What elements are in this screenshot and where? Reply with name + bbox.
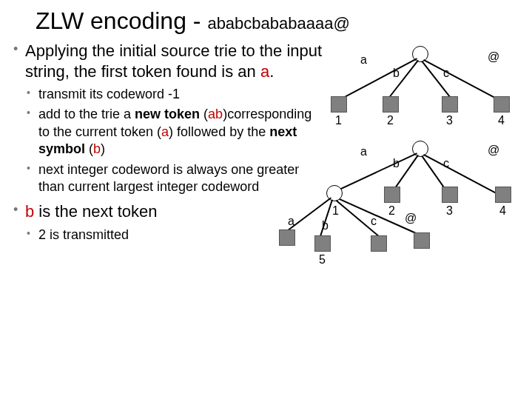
- trie2-leaf-child-a: [279, 229, 295, 246]
- trie2-child-label-c: c: [371, 215, 377, 228]
- trie1-leaf-2: [383, 96, 399, 113]
- trie2-num-5: 5: [319, 253, 326, 266]
- trie1-label-b: b: [393, 67, 400, 80]
- bullet-sub-1: transmit its codeword -1: [13, 86, 325, 103]
- trie1-leaf-3: [442, 96, 458, 113]
- trie1-leaf-4: [494, 96, 510, 113]
- token-b: b: [93, 141, 101, 156]
- token-a2: a: [161, 124, 169, 139]
- trie2-label-c: c: [443, 157, 449, 170]
- trie2-leaf-2: [384, 187, 400, 203]
- trie1-num-1: 1: [335, 114, 342, 127]
- trie2-leaf-5: [314, 235, 331, 252]
- trie1-label-at: @: [488, 50, 499, 64]
- trie1-edge-a: [338, 58, 417, 101]
- trie2-num-1: 1: [332, 204, 339, 218]
- trie1-label-c: c: [443, 67, 449, 80]
- bullet-sub-1-text: transmit its codeword -1: [38, 87, 180, 101]
- trie1-label-a: a: [360, 53, 367, 67]
- trie2-label-a: a: [360, 145, 367, 158]
- sub2-mid1: (: [200, 107, 208, 121]
- bullet-main-1-pre: Applying the initial source trie to the …: [25, 41, 322, 81]
- trie1-num-3: 3: [446, 114, 453, 127]
- bullet-sub-3: next integer codeword is always one grea…: [13, 161, 325, 196]
- bullet-main-1: Applying the initial source trie to the …: [13, 41, 325, 81]
- slide-title: ZLW encoding - ababcbababaaaa@: [0, 7, 532, 35]
- trie2-leaf-4: [495, 187, 511, 203]
- trie1-num-2: 2: [387, 114, 394, 127]
- token-ab: ab: [208, 107, 223, 121]
- slide: ZLW encoding - ababcbababaaaa@ Applying …: [0, 0, 532, 399]
- bullet-sub-2: add to the trie a new token (ab)correspo…: [13, 106, 325, 158]
- token-a: a: [260, 62, 269, 81]
- trie2-child-label-b: b: [322, 219, 329, 232]
- trie2-num-2: 2: [388, 204, 395, 218]
- trie-diagram-2: a b c @ 2 3 4 1 a b c @ 5: [310, 141, 517, 304]
- trie2-leaf-child-c: [371, 235, 387, 252]
- trie2-label-b: b: [393, 157, 400, 170]
- trie2-child-label-at: @: [405, 212, 417, 225]
- trie1-edge-at: [423, 59, 502, 102]
- sub2-pre: add to the trie a: [38, 107, 135, 121]
- bullet-sub-3-text: next integer codeword is always one grea…: [38, 162, 299, 194]
- trie1-num-4: 4: [498, 114, 505, 127]
- title-main: ZLW encoding: [36, 7, 186, 34]
- trie2-leaf-child-at: [414, 232, 430, 249]
- sub2-bold1: new token: [135, 107, 200, 121]
- trie2-leaf-3: [442, 187, 458, 203]
- trie2-num-4: 4: [499, 204, 506, 218]
- trie2-num-3: 3: [446, 204, 453, 218]
- trie1-leaf-1: [331, 96, 347, 113]
- trie2-label-at: @: [488, 144, 499, 157]
- sub2-mid4: (: [85, 141, 93, 156]
- sub2-mid3: ) followed by the: [169, 124, 269, 139]
- bullet-main-1-post: .: [269, 62, 274, 81]
- bullet-sub-4-text: 2 is transmitted: [38, 227, 129, 242]
- trie2-child-label-a: a: [288, 215, 294, 228]
- bullet-main-2-post: is the next token: [34, 202, 157, 221]
- title-sub: ababcbababaaaa@: [207, 14, 349, 33]
- trie-diagram-1: a b c @ 1 2 3 4: [325, 46, 517, 135]
- token-b2: b: [25, 202, 34, 221]
- sub2-mid5: ): [101, 141, 105, 156]
- title-separator: -: [193, 7, 201, 34]
- bullet-sub-4: 2 is transmitted: [13, 227, 325, 244]
- bullet-main-2: b is the next token: [13, 201, 325, 222]
